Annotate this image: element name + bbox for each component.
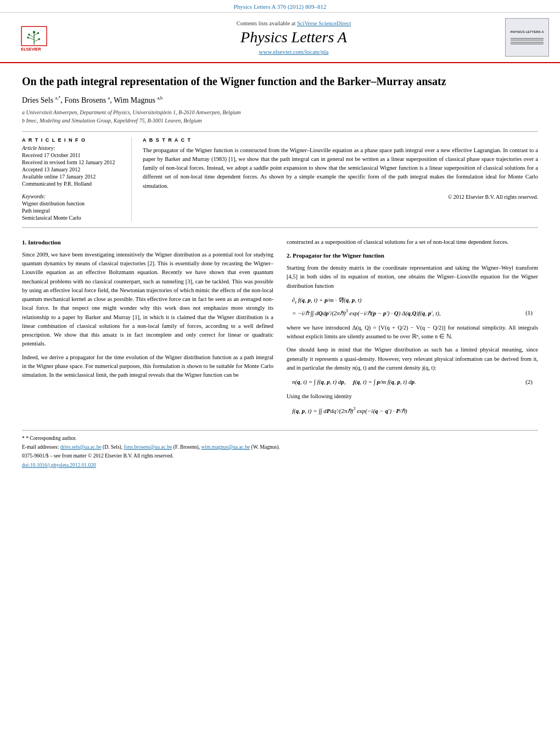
section2-heading: 2. Propagator for the Wigner function bbox=[287, 251, 538, 260]
keyword-2: Path integral bbox=[22, 208, 122, 214]
author-sup-b: a bbox=[108, 96, 110, 101]
eq3-text: f(q, p, t) = ∫∫ dPdq′/(2πℏ)3 exp(−i(q − … bbox=[292, 405, 538, 416]
copyright-text: © 2012 Elsevier B.V. All rights reserved… bbox=[143, 194, 538, 200]
svg-point-10 bbox=[33, 31, 36, 34]
footer-doi: doi:10.1016/j.physleta.2012.01.020 bbox=[22, 462, 538, 469]
author-sup-c: a,b bbox=[157, 96, 163, 101]
received-text: Received 17 October 2011 bbox=[22, 152, 122, 158]
section2-para2: One should keep in mind that the Wigner … bbox=[287, 345, 538, 372]
abstract-text: The propagator of the Wigner function is… bbox=[143, 146, 538, 191]
journal-thumbnail: PHYSICS LETTERS A bbox=[505, 18, 549, 57]
two-col-text: 1. Introduction Since 2009, we have been… bbox=[22, 238, 538, 421]
available-text: Available online 17 January 2012 bbox=[22, 174, 122, 180]
communicated-text: Communicated by P.R. Holland bbox=[22, 181, 122, 187]
equation-2: n(q, t) = ∫ f(q, p, t) dp, j(q, t) = ∫ p… bbox=[292, 377, 538, 388]
email-1-name: (D. Sels), bbox=[103, 444, 122, 450]
svg-point-9 bbox=[38, 38, 40, 40]
elsevier-logo-svg: ELSEVIER bbox=[16, 23, 77, 53]
affiliations: a Universiteit Antwerpen, Department of … bbox=[22, 108, 538, 125]
journal-citation: Physics Letters A 376 (2012) 809–812 bbox=[234, 3, 327, 10]
thumb-line-3 bbox=[511, 42, 544, 43]
section1-right-text: constructed as a superposition of classi… bbox=[287, 238, 538, 247]
authors-line: Dries Sels a,*, Fons Brosens a, Wim Magn… bbox=[22, 96, 538, 105]
keyword-1: Wigner distribution function bbox=[22, 200, 122, 207]
section1-heading: 1. Introduction bbox=[22, 238, 273, 247]
footer-notes: * * Corresponding author. E-mail address… bbox=[22, 430, 538, 469]
sciverse-text: Contents lists available at SciVerse Sci… bbox=[82, 20, 505, 26]
email-3-name: (W. Magnus). bbox=[251, 444, 280, 450]
article-info-title: A R T I C L E I N F O bbox=[22, 137, 122, 143]
journal-url: www.elsevier.com/locate/pla bbox=[82, 48, 505, 55]
svg-point-8 bbox=[27, 36, 29, 38]
email-2[interactable]: fons.brosens@ua.ac.be bbox=[124, 444, 172, 450]
eq1-number: (1) bbox=[525, 308, 533, 319]
col-left: 1. Introduction Since 2009, we have been… bbox=[22, 238, 273, 421]
equation-1: ∂t f(q, p, t) + p/m · ∇f(q, p, t) = −i/ℏ… bbox=[292, 295, 538, 319]
eq1-line1: ∂t f(q, p, t) + p/m · ∇f(q, p, t) bbox=[292, 295, 538, 307]
keywords-section: Keywords: Wigner distribution function P… bbox=[22, 193, 122, 221]
footer-issn: 0375-9601/$ – see front matter © 2012 El… bbox=[22, 453, 538, 460]
thumb-line-2 bbox=[511, 40, 544, 41]
elsevier-logo-area: ELSEVIER bbox=[11, 23, 82, 53]
thumb-lines bbox=[511, 37, 544, 46]
divider-1 bbox=[22, 131, 538, 132]
section2-using: Using the following identity bbox=[287, 392, 538, 401]
section2-para1: Starting from the density matrix in the … bbox=[287, 264, 538, 291]
equation-3: f(q, p, t) = ∫∫ dPdq′/(2πℏ)3 exp(−i(q − … bbox=[292, 405, 538, 416]
thumb-title: PHYSICS LETTERS A bbox=[509, 29, 545, 35]
eq2-number: (2) bbox=[525, 377, 533, 388]
eq1-line2: = −i/ℏ ∫∫ dQdp′/(2πℏ)3 exp(−i/ℏ(p − p′) … bbox=[292, 308, 538, 319]
sciverse-link[interactable]: SciVerse ScienceDirect bbox=[297, 20, 351, 26]
svg-point-7 bbox=[37, 32, 40, 34]
thumb-line-1 bbox=[511, 38, 544, 39]
author-sup-a: a,* bbox=[55, 96, 61, 101]
eq1-note: where we have introduced Δ(q, Q) = [V(q … bbox=[287, 323, 538, 342]
journal-title: Physics Letters A bbox=[82, 29, 505, 46]
svg-point-6 bbox=[28, 34, 30, 36]
section2-heading-text: 2. Propagator for the Wigner function bbox=[287, 252, 384, 259]
affiliation-b: b Imec, Modeling and Simulation Group, K… bbox=[22, 116, 538, 125]
divider-2 bbox=[22, 227, 538, 228]
section1-para2: Indeed, we derive a propagator for the t… bbox=[22, 353, 273, 380]
page-wrapper: Physics Letters A 376 (2012) 809–812 ELS… bbox=[0, 0, 560, 742]
svg-text:ELSEVIER: ELSEVIER bbox=[21, 47, 41, 52]
col-right: constructed as a superposition of classi… bbox=[287, 238, 538, 421]
article-info: A R T I C L E I N F O Article history: R… bbox=[22, 137, 132, 222]
keywords-label: Keywords: bbox=[22, 193, 122, 199]
affiliation-a: a Universiteit Antwerpen, Department of … bbox=[22, 108, 538, 116]
main-content: On the path integral representation of t… bbox=[0, 63, 560, 482]
doi-link[interactable]: doi:10.1016/j.physleta.2012.01.020 bbox=[22, 462, 96, 468]
abstract-title: A B S T R A C T bbox=[143, 137, 538, 143]
email-2-name: (F. Brosens), bbox=[173, 444, 200, 450]
eq2-text: n(q, t) = ∫ f(q, p, t) dp, j(q, t) = ∫ p… bbox=[292, 377, 538, 388]
footer-star-note: * * Corresponding author. bbox=[22, 435, 538, 442]
email-1[interactable]: dries.sels@ua.ac.be bbox=[60, 444, 102, 450]
received-revised-text: Received in revised form 12 January 2012 bbox=[22, 159, 122, 165]
email-3[interactable]: wim.magnus@ua.ac.be bbox=[201, 444, 250, 450]
journal-center: Contents lists available at SciVerse Sci… bbox=[82, 20, 505, 55]
top-bar: Physics Letters A 376 (2012) 809–812 bbox=[0, 0, 560, 13]
journal-header: ELSEVIER Contents lists available at Sci… bbox=[0, 13, 560, 63]
thumb-line-4 bbox=[511, 43, 544, 44]
article-body: A R T I C L E I N F O Article history: R… bbox=[22, 137, 538, 222]
footer-email-line: E-mail addresses: dries.sels@ua.ac.be (D… bbox=[22, 444, 538, 451]
accepted-text: Accepted 13 January 2012 bbox=[22, 166, 122, 172]
section1-para1: Since 2009, we have been investigating i… bbox=[22, 250, 273, 349]
paper-title: On the path integral representation of t… bbox=[22, 74, 538, 89]
keyword-3: Semiclassical Monte Carlo bbox=[22, 215, 122, 221]
history-label: Article history: bbox=[22, 145, 122, 151]
abstract-section: A B S T R A C T The propagator of the Wi… bbox=[143, 137, 538, 222]
